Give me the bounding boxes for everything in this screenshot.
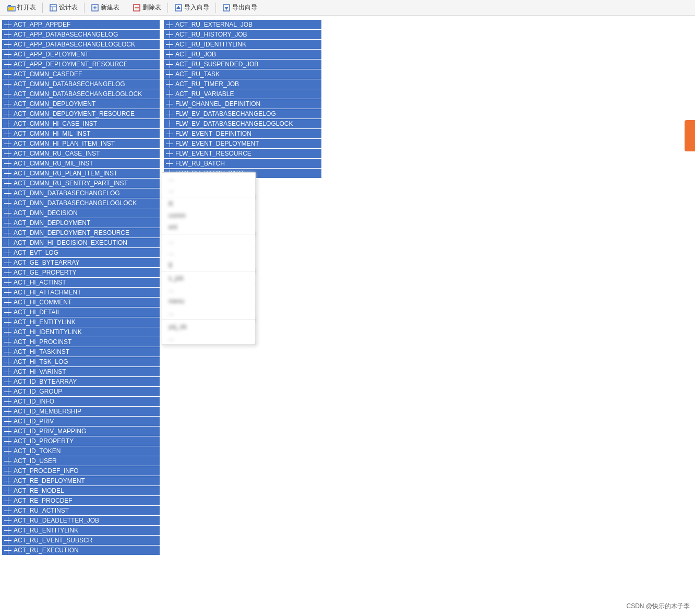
context-menu-item[interactable]: comm	[162, 210, 255, 221]
table-item[interactable]: ACT_CMMN_DATABASECHANGELOGLOCK	[2, 89, 160, 99]
table-item[interactable]: ACT_CMMN_CASEDEF	[2, 69, 160, 79]
table-item[interactable]: FLW_RU_BATCH	[164, 159, 321, 168]
context-menu-item[interactable]: ...	[162, 284, 255, 295]
table-grid-icon	[166, 70, 173, 78]
table-grid-icon	[166, 120, 173, 127]
table-item[interactable]: ACT_CMMN_HI_PLAN_ITEM_INST	[2, 139, 160, 148]
context-menu-item[interactable]: ...	[162, 235, 255, 247]
table-grid-icon	[4, 80, 11, 88]
table-item[interactable]: ACT_CMMN_HI_CASE_INST	[2, 119, 160, 128]
table-item[interactable]: ACT_DMN_DATABASECHANGELOG	[2, 188, 160, 198]
export-wizard-button[interactable]: 导出向导	[219, 2, 260, 13]
table-item[interactable]: ACT_CMMN_HI_MIL_INST	[2, 129, 160, 138]
table-grid-icon	[166, 130, 173, 137]
table-item[interactable]: ACT_ID_PROPERTY	[2, 436, 160, 446]
table-item[interactable]: ACT_CMMN_DEPLOYMENT	[2, 99, 160, 109]
table-item[interactable]: ACT_RU_VARIABLE	[164, 89, 321, 99]
table-item-label: ACT_ID_PROPERTY	[14, 437, 74, 445]
table-item[interactable]: ACT_RU_DEADLETTER_JOB	[2, 516, 160, 525]
open-table-button[interactable]: 打开表	[4, 2, 39, 13]
table-item[interactable]: ACT_RU_TASK	[164, 69, 321, 79]
table-item[interactable]: ACT_RU_ENTITYLINK	[2, 526, 160, 535]
table-item[interactable]: ACT_HI_TSK_LOG	[2, 357, 160, 366]
table-item[interactable]: ACT_CMMN_RU_MIL_INST	[2, 159, 160, 168]
table-item[interactable]: FLW_EVENT_DEFINITION	[164, 129, 321, 138]
context-menu-item[interactable]: menu	[162, 295, 255, 307]
context-menu-item[interactable]: ...	[162, 307, 255, 318]
table-item[interactable]: ACT_RU_TIMER_JOB	[164, 79, 321, 89]
table-item[interactable]: FLW_CHANNEL_DEFINITION	[164, 99, 321, 109]
table-item[interactable]: FLW_EVENT_RESOURCE	[164, 149, 321, 158]
table-item[interactable]: ACT_GE_BYTEARRAY	[2, 258, 160, 267]
table-item[interactable]: ACT_ID_PRIV_MAPPING	[2, 427, 160, 436]
table-item[interactable]: ACT_APP_DATABASECHANGELOGLOCK	[2, 40, 160, 49]
table-grid-icon	[4, 100, 11, 108]
context-menu-item[interactable]: R	[162, 198, 255, 210]
table-item[interactable]: ACT_HI_VARINST	[2, 367, 160, 376]
table-item[interactable]: ACT_DMN_DEPLOYMENT	[2, 218, 160, 228]
table-item[interactable]: ACT_RU_ACTINST	[2, 506, 160, 515]
table-item-label: FLW_EVENT_DEPLOYMENT	[175, 140, 259, 147]
table-item[interactable]: ACT_HI_IDENTITYLINK	[2, 327, 160, 337]
table-item[interactable]: FLW_EV_DATABASECHANGELOGLOCK	[164, 119, 321, 128]
table-item[interactable]: ACT_ID_BYTEARRAY	[2, 377, 160, 386]
table-item[interactable]: ACT_EVT_LOG	[2, 248, 160, 257]
table-item[interactable]: ACT_APP_DEPLOYMENT_RESOURCE	[2, 60, 160, 69]
table-item[interactable]: ACT_CMMN_DEPLOYMENT_RESOURCE	[2, 109, 160, 119]
table-item[interactable]: ACT_GE_PROPERTY	[2, 268, 160, 277]
table-item[interactable]: ACT_ID_USER	[2, 456, 160, 466]
table-item[interactable]: ACT_HI_TASKINST	[2, 347, 160, 357]
table-item[interactable]: ACT_RU_JOB	[164, 50, 321, 59]
delete-table-button[interactable]: 删除表	[129, 2, 164, 13]
table-item[interactable]: ACT_HI_ACTINST	[2, 278, 160, 287]
table-item[interactable]: ACT_HI_ENTITYLINK	[2, 317, 160, 327]
table-item-label: ACT_ID_PRIV	[14, 418, 54, 425]
table-item[interactable]: ACT_ID_TOKEN	[2, 446, 160, 456]
context-menu-item[interactable]: ...	[162, 173, 255, 184]
table-grid-icon	[4, 358, 11, 365]
table-item[interactable]: ACT_CMMN_RU_CASE_INST	[2, 149, 160, 158]
context-menu-item[interactable]: ...	[162, 184, 255, 196]
table-item[interactable]: ACT_RU_SUSPENDED_JOB	[164, 60, 321, 69]
design-table-button[interactable]: 设计表	[46, 2, 81, 13]
table-item[interactable]: ACT_DMN_HI_DECISION_EXECUTION	[2, 238, 160, 247]
table-item[interactable]: FLW_EV_DATABASECHANGELOG	[164, 109, 321, 119]
new-table-button[interactable]: 新建表	[88, 2, 123, 13]
table-item[interactable]: ACT_RU_EXECUTION	[2, 546, 160, 555]
table-item[interactable]: ACT_RU_EXTERNAL_JOB	[164, 20, 321, 29]
table-item[interactable]: ACT_ID_GROUP	[2, 387, 160, 396]
context-menu-item[interactable]: ysj_ob	[162, 321, 255, 333]
table-item[interactable]: ACT_CMMN_RU_SENTRY_PART_INST	[2, 179, 160, 188]
table-item[interactable]: ACT_APP_APPDEF	[2, 20, 160, 29]
table-item[interactable]: ACT_CMMN_DATABASECHANGELOG	[2, 79, 160, 89]
table-item[interactable]: ACT_RU_IDENTITYLINK	[164, 40, 321, 49]
table-grid-icon	[166, 100, 173, 108]
table-item[interactable]: ACT_HI_ATTACHMENT	[2, 288, 160, 297]
table-item[interactable]: ACT_APP_DEPLOYMENT	[2, 50, 160, 59]
table-item[interactable]: ACT_RE_PROCDEF	[2, 496, 160, 505]
table-item[interactable]: ACT_ID_INFO	[2, 397, 160, 406]
table-item[interactable]: ACT_HI_PROCINST	[2, 337, 160, 347]
context-menu-item[interactable]: ent	[162, 221, 255, 233]
table-item[interactable]: ACT_RU_HISTORY_JOB	[164, 30, 321, 39]
table-item[interactable]: ACT_HI_DETAIL	[2, 307, 160, 317]
table-item[interactable]: ACT_RE_MODEL	[2, 486, 160, 495]
table-item[interactable]: ACT_ID_PRIV	[2, 417, 160, 426]
context-menu-item[interactable]: s_job	[162, 273, 255, 284]
table-item[interactable]: ACT_CMMN_RU_PLAN_ITEM_INST	[2, 169, 160, 178]
table-item[interactable]: FLW_EVENT_DEPLOYMENT	[164, 139, 321, 148]
table-item[interactable]: ACT_ID_MEMBERSHIP	[2, 407, 160, 416]
context-menu-item[interactable]: g	[162, 258, 255, 270]
context-menu-item[interactable]: ...	[162, 333, 255, 344]
import-wizard-button[interactable]: 导入向导	[171, 2, 212, 13]
table-grid-icon	[166, 21, 173, 28]
table-item[interactable]: ACT_DMN_DATABASECHANGELOGLOCK	[2, 198, 160, 208]
table-item[interactable]: ACT_PROCDEF_INFO	[2, 466, 160, 476]
table-item[interactable]: ACT_DMN_DECISION	[2, 208, 160, 218]
context-menu-item[interactable]: ...	[162, 247, 255, 258]
table-item[interactable]: ACT_APP_DATABASECHANGELOG	[2, 30, 160, 39]
table-item[interactable]: ACT_HI_COMMENT	[2, 298, 160, 307]
table-item[interactable]: ACT_DMN_DEPLOYMENT_RESOURCE	[2, 228, 160, 238]
table-item[interactable]: ACT_RE_DEPLOYMENT	[2, 476, 160, 485]
table-item[interactable]: ACT_RU_EVENT_SUBSCR	[2, 536, 160, 545]
